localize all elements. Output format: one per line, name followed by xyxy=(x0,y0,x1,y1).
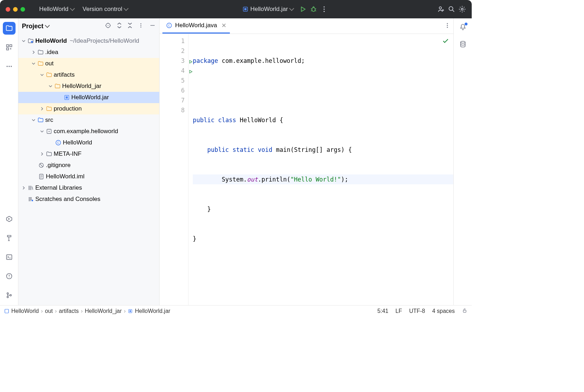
scratches-icon xyxy=(28,196,34,202)
chevron-down-icon xyxy=(45,23,50,28)
tree-jar-dir[interactable]: HelloWorld_jar xyxy=(18,81,159,92)
tree-external-libs[interactable]: External Libraries xyxy=(18,182,159,194)
code-editor[interactable]: 1 2 3 4 5 6 7 8 package com.example.hell… xyxy=(160,34,453,305)
title-bar: HelloWorld Version control HelloWorld.ja… xyxy=(0,0,472,18)
svg-point-3 xyxy=(324,6,325,7)
search-icon[interactable] xyxy=(448,5,455,13)
more-tools-button[interactable] xyxy=(3,60,16,73)
project-tool-button[interactable] xyxy=(3,22,16,35)
svg-point-25 xyxy=(141,25,142,26)
cursor-position[interactable]: 5:41 xyxy=(377,308,388,314)
tree-idea-folder[interactable]: .idea xyxy=(18,47,159,58)
chevron-right-icon: › xyxy=(81,308,83,314)
svg-rect-45 xyxy=(130,310,131,312)
code-token: static xyxy=(229,146,254,153)
breadcrumb-item[interactable]: artifacts xyxy=(59,308,79,314)
line-separator[interactable]: LF xyxy=(395,308,402,314)
line-number: 1 xyxy=(160,36,185,46)
notifications-icon[interactable] xyxy=(459,23,467,32)
vcs-selector[interactable]: Version control xyxy=(80,4,131,14)
collapse-all-icon[interactable] xyxy=(127,22,132,30)
tree-root[interactable]: HelloWorld ~/IdeaProjects/HelloWorld xyxy=(18,35,159,47)
project-tree[interactable]: HelloWorld ~/IdeaProjects/HelloWorld .id… xyxy=(18,34,159,305)
close-tab-icon[interactable]: ✕ xyxy=(221,22,226,29)
services-tool-button[interactable] xyxy=(3,213,16,225)
inspection-ok-icon[interactable] xyxy=(442,37,449,47)
locate-icon[interactable] xyxy=(105,22,111,30)
settings-icon[interactable] xyxy=(458,5,466,13)
code-token: com.example.helloworld; xyxy=(218,57,305,64)
code-with-me-icon[interactable] xyxy=(437,5,445,13)
chevron-down-icon xyxy=(48,84,53,88)
jar-icon xyxy=(64,94,70,101)
tree-src-folder[interactable]: src xyxy=(18,114,159,126)
svg-point-42 xyxy=(460,41,465,43)
breadcrumb-item[interactable]: HelloWorld xyxy=(11,308,39,314)
chevron-down-icon xyxy=(21,39,26,43)
line-number: 7 xyxy=(160,95,185,105)
more-actions-button[interactable] xyxy=(320,5,328,13)
tree-class-file[interactable]: C HelloWorld xyxy=(18,137,159,148)
svg-point-13 xyxy=(6,66,7,67)
tree-package[interactable]: com.example.helloworld xyxy=(18,126,159,137)
tree-production-folder[interactable]: production xyxy=(18,103,159,114)
module-icon xyxy=(4,309,9,314)
tree-out-folder[interactable]: out xyxy=(18,58,159,69)
readonly-lock-icon[interactable] xyxy=(462,308,467,315)
code-token: } xyxy=(193,206,211,213)
chevron-right-icon: › xyxy=(55,308,57,314)
expand-collapse-icon[interactable] xyxy=(117,22,122,30)
close-window-icon[interactable] xyxy=(6,7,10,12)
editor-tabs: C HelloWorld.java ✕ xyxy=(160,18,453,34)
more-options-icon[interactable] xyxy=(138,23,144,30)
tree-gitignore-file[interactable]: .gitignore xyxy=(18,160,159,171)
breadcrumb-item[interactable]: out xyxy=(45,308,53,314)
chevron-down-icon xyxy=(40,130,44,133)
debug-button[interactable] xyxy=(310,5,317,13)
code-body[interactable]: package com.example.helloworld; public c… xyxy=(189,34,453,305)
indent-setting[interactable]: 4 spaces xyxy=(432,308,455,314)
run-config-selector[interactable]: HelloWorld.jar xyxy=(240,4,296,14)
breadcrumb-item[interactable]: HelloWorld.jar xyxy=(135,308,170,314)
tree-item-label: HelloWorld.jar xyxy=(71,94,109,101)
terminal-tool-button[interactable] xyxy=(3,251,16,263)
excluded-folder-icon xyxy=(54,83,61,89)
project-name: HelloWorld xyxy=(39,6,68,13)
minimize-window-icon[interactable] xyxy=(13,7,18,12)
tree-item-label: HelloWorld xyxy=(63,139,92,146)
project-panel-title[interactable]: Project xyxy=(22,23,103,30)
tab-more-icon[interactable] xyxy=(444,22,451,30)
tree-item-label: HelloWorld.iml xyxy=(46,173,84,180)
status-bar: HelloWorld › out › artifacts › HelloWorl… xyxy=(0,305,472,316)
svg-point-21 xyxy=(10,295,11,296)
code-token: System. xyxy=(193,176,247,183)
breadcrumb-item[interactable]: HelloWorld_jar xyxy=(85,308,122,314)
line-number: 4 xyxy=(160,66,185,76)
project-selector[interactable]: HelloWorld xyxy=(36,4,77,14)
tree-root-label: HelloWorld xyxy=(35,37,67,44)
tree-artifacts-folder[interactable]: artifacts xyxy=(18,69,159,81)
tree-item-label: src xyxy=(45,117,53,124)
run-button[interactable] xyxy=(299,5,307,13)
tree-iml-file[interactable]: HelloWorld.iml xyxy=(18,171,159,182)
maximize-window-icon[interactable] xyxy=(20,7,25,12)
svg-rect-17 xyxy=(6,255,12,259)
chevron-right-icon xyxy=(40,152,44,156)
folder-icon xyxy=(37,49,44,55)
hide-panel-icon[interactable] xyxy=(149,22,156,30)
tree-jar-file[interactable]: HelloWorld.jar xyxy=(18,92,159,103)
tree-metainf-folder[interactable]: META-INF xyxy=(18,148,159,160)
tree-scratches[interactable]: Scratches and Consoles xyxy=(18,194,159,205)
vcs-tool-button[interactable] xyxy=(3,289,16,302)
structure-tool-button[interactable] xyxy=(3,41,16,54)
file-encoding[interactable]: UTF-8 xyxy=(409,308,425,314)
breadcrumb[interactable]: HelloWorld › out › artifacts › HelloWorl… xyxy=(11,308,170,314)
editor-tab[interactable]: C HelloWorld.java ✕ xyxy=(162,18,230,34)
svg-point-26 xyxy=(141,26,142,28)
gitignore-icon xyxy=(38,162,44,168)
chevron-right-icon xyxy=(31,51,36,54)
svg-point-12 xyxy=(10,48,11,49)
problems-tool-button[interactable] xyxy=(3,270,16,283)
database-icon[interactable] xyxy=(459,40,467,49)
build-tool-button[interactable] xyxy=(3,232,16,244)
